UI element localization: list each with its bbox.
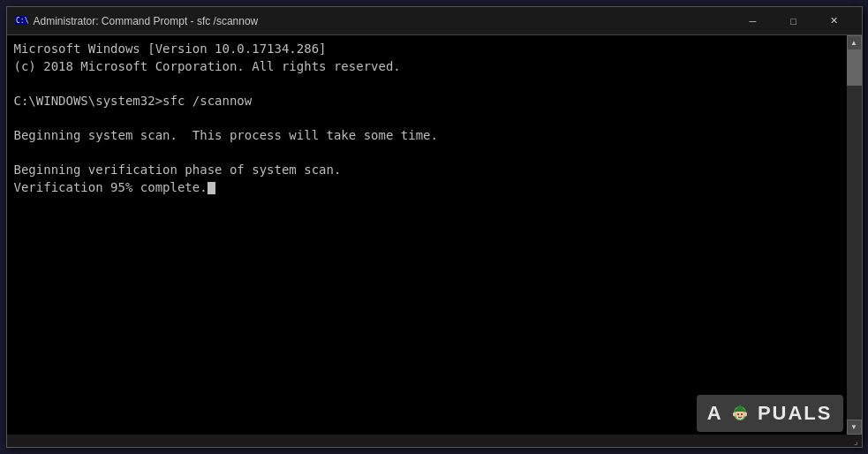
terminal-line-5: [14, 110, 840, 127]
scrollbar-track[interactable]: [847, 50, 862, 420]
terminal-line-7: [14, 145, 840, 163]
terminal-line-1: Microsoft Windows [Version 10.0.17134.28…: [14, 41, 840, 58]
scroll-up-button[interactable]: ▲: [847, 35, 862, 50]
scroll-down-button[interactable]: ▼: [847, 420, 862, 435]
title-bar: C:\ Administrator: Command Prompt - sfc …: [7, 7, 862, 35]
maximize-button[interactable]: □: [774, 7, 814, 35]
cursor: [208, 182, 215, 194]
svg-text:C:\: C:\: [16, 17, 28, 25]
terminal-line-3: [14, 75, 840, 93]
terminal-line-2: (c) 2018 Microsoft Corporation. All righ…: [14, 58, 840, 76]
cmd-window: C:\ Administrator: Command Prompt - sfc …: [6, 6, 863, 448]
terminal-line-4: C:\WINDOWS\system32>sfc /scannow: [14, 93, 840, 110]
window-title: Administrator: Command Prompt - sfc /sca…: [34, 15, 733, 27]
terminal-line-9: Verification 95% complete.: [14, 179, 840, 197]
watermark: A PUALS: [697, 395, 843, 432]
bottom-bar: ⌟: [7, 435, 862, 447]
scrollbar-thumb[interactable]: [847, 50, 862, 86]
svg-point-9: [744, 412, 747, 417]
window-body: Microsoft Windows [Version 10.0.17134.28…: [7, 35, 862, 435]
minimize-button[interactable]: ─: [733, 7, 774, 35]
appuals-logo-icon: [730, 405, 750, 424]
svg-marker-5: [734, 405, 746, 412]
terminal-area[interactable]: Microsoft Windows [Version 10.0.17134.28…: [7, 35, 847, 435]
svg-point-6: [737, 413, 739, 415]
svg-point-8: [733, 412, 736, 417]
terminal-line-6: Beginning system scan. This process will…: [14, 127, 840, 145]
watermark-text: A PUALS: [707, 402, 833, 424]
cmd-icon: C:\: [14, 14, 28, 28]
terminal-line-8: Beginning verification phase of system s…: [14, 162, 840, 179]
scrollbar[interactable]: ▲ ▼: [847, 35, 862, 435]
svg-point-7: [741, 413, 743, 415]
window-controls: ─ □ ✕: [733, 7, 855, 35]
close-button[interactable]: ✕: [814, 7, 855, 35]
resize-handle[interactable]: ⌟: [854, 436, 858, 446]
